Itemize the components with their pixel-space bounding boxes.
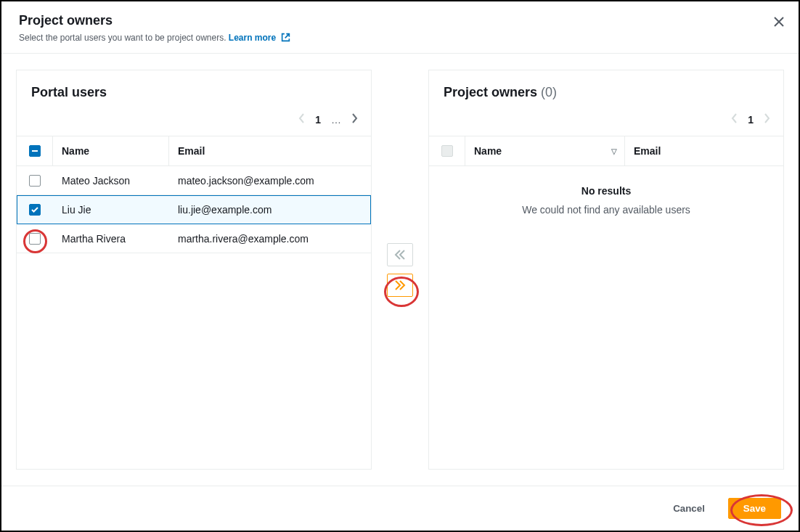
row-name: Martha Rivera [53,224,169,253]
save-button[interactable]: Save [728,498,781,519]
page-number[interactable]: 1 [748,114,754,126]
row-email: liu.jie@example.com [169,195,371,224]
project-owners-modal: Project owners Select the portal users y… [0,0,800,532]
external-link-icon [281,33,290,44]
row-email: mateo.jackson@example.com [169,166,371,195]
owners-table-header: Name ▽ Email [429,136,783,166]
empty-text: We could not find any available users [436,204,776,216]
next-page-icon[interactable] [764,113,770,126]
name-header[interactable]: Name [53,136,169,165]
table-row[interactable]: Mateo Jackson mateo.jackson@example.com [17,166,371,195]
cancel-button[interactable]: Cancel [658,498,719,519]
row-name: Liu Jie [53,195,169,224]
row-checkbox[interactable] [29,233,41,245]
select-all-checkbox[interactable] [29,145,41,157]
description-text: Select the portal users you want to be p… [19,33,226,43]
email-header[interactable]: Email [625,136,783,165]
table-row[interactable]: Liu Jie liu.jie@example.com [17,195,371,224]
panel-header: Project owners (0) [429,70,783,107]
prev-page-icon[interactable] [731,113,738,126]
select-all-checkbox [441,145,453,157]
owners-count: (0) [541,85,557,99]
name-header[interactable]: Name ▽ [465,136,625,165]
transfer-buttons [383,70,417,470]
select-all-cell [17,136,53,165]
row-name: Mateo Jackson [53,166,169,195]
project-owners-panel: Project owners (0) 1 Name ▽ Email [428,70,784,470]
row-checkbox[interactable] [29,204,41,216]
next-page-icon[interactable] [351,113,358,126]
move-right-button[interactable] [387,274,413,297]
table-row[interactable]: Martha Rivera martha.rivera@example.com [17,224,371,253]
select-all-cell [429,136,465,165]
learn-more-link[interactable]: Learn more [229,33,290,43]
modal-title: Project owners [19,13,781,28]
page-number[interactable]: 1 [315,114,321,126]
chevron-double-right-icon [394,280,406,290]
owners-table-body: No results We could not find any availab… [429,166,783,469]
empty-state: No results We could not find any availab… [429,166,783,234]
prev-page-icon[interactable] [298,113,305,126]
email-header[interactable]: Email [169,136,371,165]
modal-body: Portal users 1 … Name Email Mateo Jackso… [1,54,799,486]
project-owners-title: Project owners (0) [444,85,769,100]
sort-icon: ▽ [611,147,617,155]
panel-header: Portal users [17,70,371,107]
empty-title: No results [436,185,776,197]
chevron-double-left-icon [394,250,406,260]
modal-header: Project owners Select the portal users y… [1,1,799,54]
portal-users-panel: Portal users 1 … Name Email Mateo Jackso… [16,70,372,470]
row-checkbox[interactable] [29,175,41,187]
portal-users-pagination: 1 … [17,107,371,136]
modal-footer: Cancel Save [1,486,799,531]
modal-description: Select the portal users you want to be p… [19,33,781,44]
page-ellipsis: … [331,114,341,126]
row-email: martha.rivera@example.com [169,224,371,253]
portal-users-table-header: Name Email [17,136,371,166]
move-left-button[interactable] [387,243,413,266]
close-icon[interactable] [774,16,784,29]
project-owners-pagination: 1 [429,107,783,136]
portal-users-table-body: Mateo Jackson mateo.jackson@example.com … [17,166,371,469]
portal-users-title: Portal users [31,85,356,100]
